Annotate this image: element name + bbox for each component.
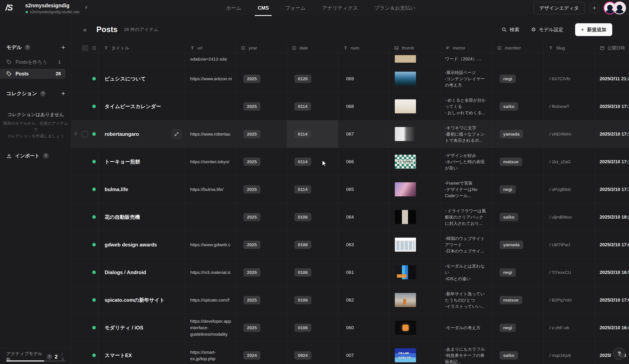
thumbnail-image[interactable]: [395, 321, 416, 335]
cell-thumb[interactable]: [389, 203, 440, 231]
cell-memo[interactable]: -あまりにもカラフル -特急券モチーフの券 面表記...: [440, 342, 492, 364]
cell-url[interactable]: https://smart- ex.jp/top.php: [185, 342, 236, 364]
thumbnail-image[interactable]: 列車を検索 › 自由席を予約 ›: [395, 348, 416, 362]
thumbnail-image[interactable]: [395, 99, 416, 113]
cell-thumb[interactable]: [389, 176, 440, 203]
column-header-num[interactable]: T num: [338, 43, 389, 53]
avatar[interactable]: [614, 2, 625, 14]
table-row[interactable]: ⠿ bulma.life https://bulma.life/ 2025 01…: [71, 176, 629, 203]
cell-title[interactable]: spicato.comの新年サイト: [99, 286, 185, 314]
thumbnail-image[interactable]: [395, 127, 416, 141]
cell-title[interactable]: 花の自動販売機: [99, 203, 185, 231]
cell-year[interactable]: 2025: [236, 176, 287, 203]
cell-date[interactable]: 0120: [287, 65, 338, 92]
cell-thumb[interactable]: [389, 286, 440, 314]
cell-year[interactable]: 2024: [236, 342, 287, 364]
table-row[interactable]: ⠿ 花の自動販売機 2025 0106 064 - ドライフラワーは風 船状のク…: [71, 203, 629, 231]
status-dot[interactable]: [92, 215, 96, 219]
table-row[interactable]: ⠿ モダリティ / iOS https://developer.app inte…: [71, 314, 629, 342]
cell-published[interactable]: 2025/2/10 17:0: [595, 231, 629, 258]
thumbnail-image[interactable]: YO SENBEI: [395, 155, 416, 169]
cell-num[interactable]: 062: [338, 286, 389, 314]
thumbnail-image[interactable]: [395, 55, 416, 63]
nav-item-plan-billing[interactable]: プラン＆お支払い: [374, 0, 415, 16]
thumbnail-image[interactable]: [395, 265, 416, 279]
cell-date[interactable]: 0114: [287, 176, 338, 203]
column-header-slug[interactable]: T Slug: [543, 43, 595, 53]
cell-num[interactable]: 060: [338, 314, 389, 341]
cell-published[interactable]: 2025/2/10 16:4: [595, 314, 629, 341]
nav-item-analytics[interactable]: アナリティクス: [322, 0, 358, 16]
cell-published[interactable]: 2025/2/10 18:2: [595, 203, 629, 231]
cell-num[interactable]: 066: [338, 148, 389, 175]
cell-date[interactable]: 0106: [287, 259, 338, 286]
drag-handle-icon[interactable]: ⠿: [74, 131, 77, 136]
cell-url[interactable]: [185, 93, 236, 120]
sidebar-item-posts-draft[interactable]: Postsを作ろう 1: [0, 57, 65, 67]
nav-item-forms[interactable]: フォーム: [285, 0, 306, 16]
cell-url[interactable]: [185, 203, 236, 231]
cell-memo[interactable]: -韓国のウェブサイト アワード -日本のウェブサイ...: [440, 231, 492, 258]
cell-thumb[interactable]: [389, 53, 440, 65]
cell-thumb[interactable]: [389, 93, 440, 120]
cell-published[interactable]: 2025/2/11 21:3: [595, 65, 629, 92]
status-dot[interactable]: [92, 188, 96, 191]
cell-memo[interactable]: -展示特設ページ -コンテンツレイヤー の考え方: [440, 65, 492, 92]
cell-slug[interactable]: / uljmBWuo: [543, 203, 595, 231]
cell-year[interactable]: 2025: [236, 203, 287, 231]
cell-member[interactable]: matsue: [492, 148, 543, 175]
cell-num[interactable]: 065: [338, 176, 389, 203]
cell-member[interactable]: yamada: [492, 231, 543, 258]
column-header-member[interactable]: member: [492, 43, 543, 53]
cell-year[interactable]: 2025: [236, 65, 287, 92]
table-row[interactable]: ⠿ robertaungaro https://www.robertau 202…: [71, 120, 629, 148]
cell-date[interactable]: 0106: [287, 203, 338, 231]
status-dot[interactable]: [92, 77, 96, 81]
cell-member[interactable]: saiko: [492, 93, 543, 120]
add-model-button[interactable]: +: [61, 44, 65, 51]
cell-title[interactable]: タイムピースカレンダー: [99, 93, 185, 120]
cell-url[interactable]: sda&via=2412-sda: [185, 53, 236, 65]
status-dot[interactable]: [92, 132, 96, 136]
cell-thumb[interactable]: 列車を検索 › 自由席を予約 ›: [389, 342, 440, 364]
cell-num[interactable]: 063: [338, 231, 389, 258]
column-header-title[interactable]: T タイトル: [99, 43, 185, 53]
cell-slug[interactable]: / Tl7exxCU: [543, 259, 595, 286]
cell-thumb[interactable]: [389, 314, 440, 341]
site-switcher-chevron-down-icon[interactable]: ∨: [85, 4, 88, 10]
table-row[interactable]: ⠿ Dialogs / Android https://m3.material.…: [71, 259, 629, 286]
cell-url[interactable]: https://www.robertau: [185, 120, 236, 148]
collections-help-icon[interactable]: ?: [40, 91, 46, 96]
column-header-published[interactable]: 公開日時: [595, 43, 629, 53]
cell-num[interactable]: 061: [338, 259, 389, 286]
select-all-checkbox[interactable]: [82, 45, 88, 51]
cell-published[interactable]: 2025/2/10 17:1: [595, 176, 629, 203]
table-row-partial[interactable]: sda&via=2412-sda ワード（2024）…: [71, 53, 629, 65]
column-header-url[interactable]: T url: [185, 43, 236, 53]
cell-year[interactable]: 2025: [236, 93, 287, 120]
cell-title[interactable]: モダリティ / iOS: [99, 314, 185, 341]
cell-slug[interactable]: / oPzgB9zt: [543, 176, 595, 203]
cell-memo[interactable]: - めくると全容が分か ってくる - おしゃれでめくる...: [440, 93, 492, 120]
thumbnail-image[interactable]: [395, 182, 416, 196]
thumbnail-image[interactable]: [395, 293, 416, 307]
cell-member[interactable]: negi: [492, 176, 543, 203]
cell-title[interactable]: gdweb design awards: [99, 231, 185, 258]
cell-member[interactable]: saiko: [492, 203, 543, 231]
cell-title[interactable]: Dialogs / Android: [99, 259, 185, 286]
cell-member[interactable]: negi: [492, 259, 543, 286]
column-header-year[interactable]: year: [236, 43, 287, 53]
cell-member[interactable]: negi: [492, 65, 543, 92]
cell-memo[interactable]: -Framerで実装 -デザイナーはNo Codeツール...: [440, 176, 492, 203]
cell-thumb[interactable]: [389, 65, 440, 92]
cell-memo[interactable]: - ドライフラワーは風 船状のクリアパック に封入されており...: [440, 203, 492, 231]
nav-item-cms[interactable]: CMS: [258, 0, 269, 16]
cell-published[interactable]: 2025/2/10 17:0: [595, 286, 629, 314]
cell-num[interactable]: 069: [338, 65, 389, 92]
search-button[interactable]: 検索: [501, 26, 519, 33]
thumbnail-image[interactable]: [395, 210, 416, 224]
cell-year[interactable]: 2025: [236, 286, 287, 314]
cell-member[interactable]: saiko: [492, 342, 543, 364]
models-help-icon[interactable]: ?: [25, 45, 30, 50]
cell-slug[interactable]: / Ukf7iPwJ: [543, 231, 595, 258]
